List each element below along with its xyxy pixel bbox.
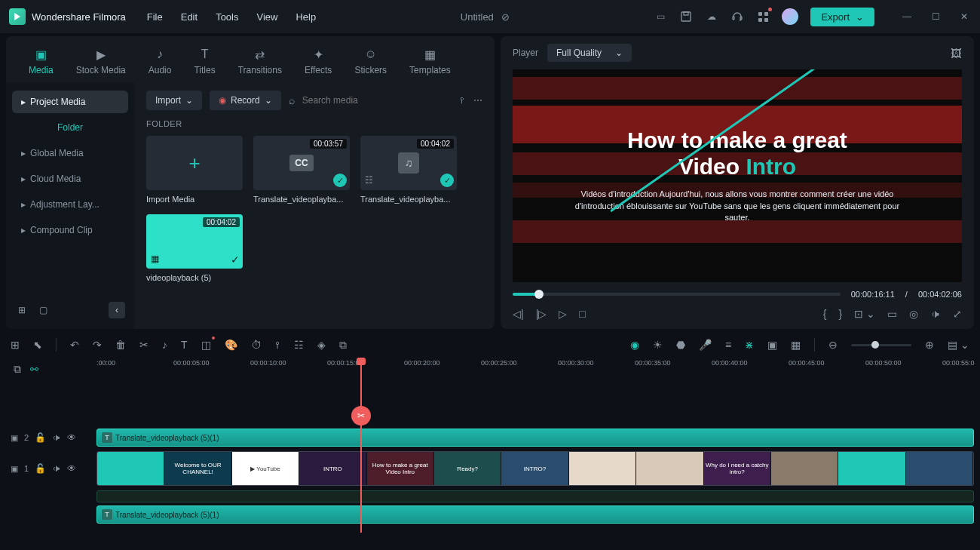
marker-icon[interactable]: ⬣ bbox=[676, 339, 685, 351]
zoom-in-icon[interactable]: ⊕ bbox=[925, 339, 934, 351]
support-icon[interactable] bbox=[730, 10, 744, 23]
mark-out-icon[interactable]: } bbox=[838, 308, 842, 320]
tab-transitions[interactable]: ⇄Transitions bbox=[231, 44, 289, 78]
tab-stock-media[interactable]: ▶Stock Media bbox=[69, 44, 133, 78]
play-icon[interactable]: ▷ bbox=[559, 308, 567, 320]
preview-area[interactable]: How to make a great Video Intro Vidéos d… bbox=[513, 69, 962, 282]
media-card-2[interactable]: 00:04:02 ☷ ♫ ✓ Translate_videoplayba... bbox=[360, 136, 457, 204]
tab-templates[interactable]: ▦Templates bbox=[402, 44, 458, 78]
export-button[interactable]: Export ⌄ bbox=[810, 8, 874, 26]
tab-audio[interactable]: ♪Audio bbox=[141, 44, 179, 78]
mute-icon[interactable]: 🕩 bbox=[52, 463, 61, 474]
device-icon[interactable]: ▭ bbox=[654, 10, 667, 23]
volume-icon[interactable]: 🕩 bbox=[930, 308, 941, 320]
mute-icon[interactable]: 🕩 bbox=[52, 432, 61, 443]
keyframe-icon[interactable]: ◈ bbox=[317, 339, 326, 351]
lock-icon[interactable]: 🔓 bbox=[35, 432, 46, 443]
menu-file[interactable]: File bbox=[147, 11, 163, 23]
zoom-slider[interactable] bbox=[851, 344, 911, 346]
crop-tool-icon[interactable]: ◫ bbox=[201, 339, 211, 351]
folder-icon[interactable]: ▢ bbox=[36, 303, 50, 317]
tab-media[interactable]: ▣Media bbox=[21, 44, 61, 78]
timeline-view-icon[interactable]: ▤ ⌄ bbox=[948, 339, 969, 351]
sidebar-adjustment-layer[interactable]: ▸Adjustment Lay... bbox=[12, 193, 128, 216]
visible-icon[interactable]: 👁 bbox=[67, 463, 76, 474]
snapshot-icon[interactable]: 🖼 bbox=[951, 47, 962, 60]
progress-slider[interactable] bbox=[513, 293, 841, 296]
sidebar-collapse[interactable]: ‹ bbox=[109, 302, 125, 318]
audio-clip[interactable] bbox=[96, 490, 974, 502]
visible-icon[interactable]: 👁 bbox=[67, 432, 76, 443]
fullscreen-icon[interactable]: ⤢ bbox=[953, 308, 962, 320]
menu-view[interactable]: View bbox=[256, 11, 277, 23]
video-clip[interactable]: Welcome to OUR CHANNEL!▶ YouTubeINTROHow… bbox=[96, 451, 974, 486]
import-dropdown[interactable]: Import⌄ bbox=[146, 91, 202, 110]
delete-icon[interactable]: 🗑 bbox=[115, 339, 126, 351]
track-add-icon[interactable]: ⧉ bbox=[14, 363, 21, 376]
playhead[interactable]: ✂ bbox=[360, 359, 362, 533]
split-icon[interactable]: ✂ bbox=[139, 339, 149, 351]
ai-icon[interactable]: ◉ bbox=[630, 339, 639, 351]
cloud-icon[interactable]: ☁ bbox=[705, 10, 718, 23]
mark-in-icon[interactable]: { bbox=[823, 308, 827, 320]
enhance-icon[interactable]: ☀ bbox=[653, 339, 663, 351]
timeline-ruler[interactable]: :00:0000:00:05:0000:00:10:0000:00:15:000… bbox=[96, 359, 974, 379]
user-avatar[interactable] bbox=[782, 8, 798, 25]
media-card-1[interactable]: 00:03:57 CC ✓ Translate_videoplayba... bbox=[253, 136, 350, 204]
mic-icon[interactable]: 🎤 bbox=[699, 339, 712, 351]
magnet-icon[interactable]: ⋇ bbox=[745, 339, 754, 351]
more-icon[interactable]: ⋯ bbox=[473, 95, 482, 106]
save-icon[interactable] bbox=[679, 10, 693, 23]
stop-icon[interactable]: □ bbox=[579, 308, 585, 320]
svg-rect-0 bbox=[681, 12, 691, 21]
media-card-3[interactable]: 00:04:02 ▦ ✓ videoplayback (5) bbox=[146, 214, 243, 282]
redo-icon[interactable]: ↷ bbox=[93, 339, 102, 351]
text-tool-icon[interactable]: T bbox=[181, 339, 188, 351]
new-folder-icon[interactable]: ⊞ bbox=[15, 303, 29, 317]
tab-titles[interactable]: TTitles bbox=[186, 44, 222, 78]
subtitle-icon[interactable]: ☷ bbox=[294, 339, 304, 351]
select-tool-icon[interactable]: ⬉ bbox=[33, 339, 42, 351]
sidebar-folder[interactable]: Folder bbox=[12, 116, 128, 139]
window-minimize[interactable]: — bbox=[900, 10, 914, 23]
group-icon[interactable]: ⧉ bbox=[339, 339, 347, 352]
sidebar-cloud-media[interactable]: ▸Cloud Media bbox=[12, 167, 128, 190]
window-close[interactable]: ✕ bbox=[957, 10, 971, 23]
sidebar-global-media[interactable]: ▸Global Media bbox=[12, 142, 128, 164]
text-clip-2[interactable]: TTranslate_videoplayback (5)(1) bbox=[96, 505, 974, 524]
picture-icon[interactable]: ▣ bbox=[767, 339, 777, 351]
layout-icon[interactable]: ⊞ bbox=[11, 339, 20, 351]
speed-icon[interactable]: ⏱ bbox=[251, 339, 262, 351]
quality-dropdown[interactable]: Full Quality⌄ bbox=[547, 44, 632, 62]
menu-tools[interactable]: Tools bbox=[216, 11, 238, 23]
import-media-card[interactable]: + Import Media bbox=[146, 136, 243, 204]
aspect-icon[interactable]: ⊡ ⌄ bbox=[854, 308, 875, 320]
sidebar-compound-clip[interactable]: ▸Compound Clip bbox=[12, 219, 128, 241]
track-subtitle: TTranslate_videoplayback (5)(1) bbox=[6, 504, 974, 525]
sidebar-project-media[interactable]: ▸Project Media bbox=[12, 91, 128, 113]
tab-effects[interactable]: ✦Effects bbox=[297, 44, 339, 78]
menu-edit[interactable]: Edit bbox=[181, 11, 198, 23]
undo-icon[interactable]: ↶ bbox=[70, 339, 79, 351]
camera-icon[interactable]: ◎ bbox=[909, 308, 918, 320]
render-icon[interactable]: ▦ bbox=[791, 339, 801, 351]
color-icon[interactable]: 🎨 bbox=[225, 339, 237, 351]
filter-icon[interactable]: ⫯ bbox=[460, 95, 464, 106]
window-maximize[interactable]: ☐ bbox=[929, 10, 942, 23]
zoom-out-icon[interactable]: ⊖ bbox=[828, 339, 838, 351]
text-clip[interactable]: TTranslate_videoplayback (5)(1) bbox=[96, 429, 974, 447]
adjust-icon[interactable]: ⫯ bbox=[275, 339, 280, 351]
prev-frame-icon[interactable]: ◁| bbox=[513, 308, 524, 320]
mixer-icon[interactable]: ≡ bbox=[725, 339, 731, 351]
record-dropdown[interactable]: ◉Record⌄ bbox=[210, 91, 281, 110]
search-input[interactable] bbox=[302, 95, 452, 106]
next-frame-icon[interactable]: |▷ bbox=[536, 308, 547, 320]
menu-help[interactable]: Help bbox=[296, 11, 316, 23]
scissors-icon[interactable]: ✂ bbox=[351, 406, 371, 426]
display-icon[interactable]: ▭ bbox=[887, 308, 897, 320]
lock-icon[interactable]: 🔓 bbox=[35, 463, 46, 474]
apps-icon[interactable] bbox=[756, 10, 770, 23]
music-tool-icon[interactable]: ♪ bbox=[162, 339, 167, 351]
link-icon[interactable]: ⚯ bbox=[30, 364, 38, 375]
tab-stickers[interactable]: ☺Stickers bbox=[347, 44, 394, 78]
